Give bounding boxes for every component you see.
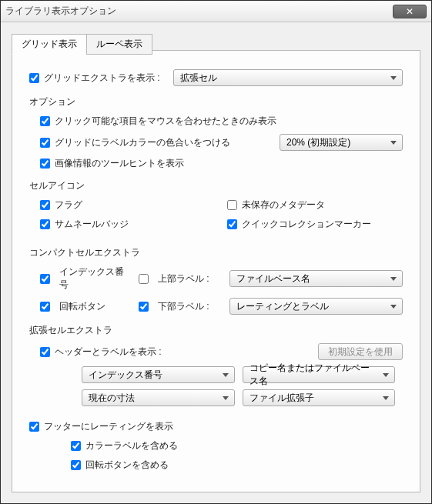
window-title: ライブラリ表示オプション [5,5,393,18]
expanded-dd3[interactable]: 現在の寸法 [82,389,235,406]
include-color-label-checkbox[interactable] [71,441,81,451]
compact-top-label-label: 上部ラベル : [158,272,209,285]
show-header-checkbox[interactable] [40,347,50,357]
window: ライブラリ表示オプション ✕ グリッド表示 ルーペ表示 グリッドエクストラを表示… [0,0,432,504]
compact-rotation-label: 回転ボタン [59,300,109,313]
expanded-section-title: 拡張セルエクストラ [29,324,403,337]
compact-section-title: コンパクトセルエクストラ [29,246,403,259]
close-button[interactable]: ✕ [393,5,427,18]
tab-grid-view[interactable]: グリッド表示 [12,34,87,55]
tab-loupe-view[interactable]: ルーペ表示 [86,34,152,55]
quick-collection-checkbox[interactable] [227,219,237,229]
compact-index-number-checkbox[interactable] [40,274,50,284]
compact-index-number-label: インデックス番号 [59,265,132,292]
tab-panel: グリッド表示 ルーペ表示 グリッドエクストラを表示 : 拡張セル オプション [12,50,420,492]
tint-amount-dropdown[interactable]: 20% (初期設定) [280,134,403,151]
clickable-on-hover-label: クリック可能な項目をマウスを合わせたときのみ表示 [55,115,276,128]
options-section-title: オプション [29,95,403,108]
content-area: グリッド表示 ルーペ表示 グリッドエクストラを表示 : 拡張セル オプション [1,22,431,503]
flags-label: フラグ [55,199,82,212]
include-color-label-label: カラーラベルを含める [85,439,178,452]
show-rating-footer-checkbox[interactable] [29,422,39,432]
unsaved-metadata-checkbox[interactable] [227,200,237,210]
close-icon: ✕ [406,6,414,17]
compact-bottom-label-label: 下部ラベル : [158,300,209,313]
image-tooltips-checkbox[interactable] [40,159,50,169]
thumbnail-badges-label: サムネールバッジ [55,218,129,231]
include-rotation-checkbox[interactable] [71,460,81,470]
show-grid-extras-checkbox[interactable] [29,73,39,83]
clickable-on-hover-checkbox[interactable] [40,116,50,126]
show-header-label: ヘッダーとラベルを表示 : [55,345,318,359]
cell-icons-section-title: セルアイコン [29,179,403,192]
expanded-dd2[interactable]: コピー名またはファイルベース名 [243,366,396,383]
compact-bottom-label-checkbox[interactable] [139,302,149,312]
use-defaults-button[interactable]: 初期設定を使用 [318,343,403,360]
compact-bottom-label-dropdown[interactable]: レーティングとラベル [229,298,403,315]
include-rotation-label: 回転ボタンを含める [85,459,169,472]
show-rating-footer-label: フッターにレーティングを表示 [44,420,173,433]
titlebar: ライブラリ表示オプション ✕ [1,1,431,22]
tab-strip: グリッド表示 ルーペ表示 [12,34,152,55]
grid-extras-dropdown[interactable]: 拡張セル [173,69,403,86]
tint-label-color-label: グリッドにラベルカラーの色合いをつける [55,136,280,149]
compact-rotation-checkbox[interactable] [40,302,50,312]
thumbnail-badges-checkbox[interactable] [40,219,50,229]
unsaved-metadata-label: 未保存のメタデータ [242,199,325,212]
tint-label-color-checkbox[interactable] [40,138,50,148]
expanded-dd1[interactable]: インデックス番号 [82,366,235,383]
expanded-dd4[interactable]: ファイル拡張子 [243,389,396,406]
image-tooltips-label: 画像情報のツールヒントを表示 [55,157,184,170]
compact-top-label-dropdown[interactable]: ファイルベース名 [229,270,403,287]
quick-collection-label: クイックコレクションマーカー [242,218,371,231]
show-grid-extras-label: グリッドエクストラを表示 : [44,72,167,85]
flags-checkbox[interactable] [40,200,50,210]
compact-top-label-checkbox[interactable] [139,274,149,284]
